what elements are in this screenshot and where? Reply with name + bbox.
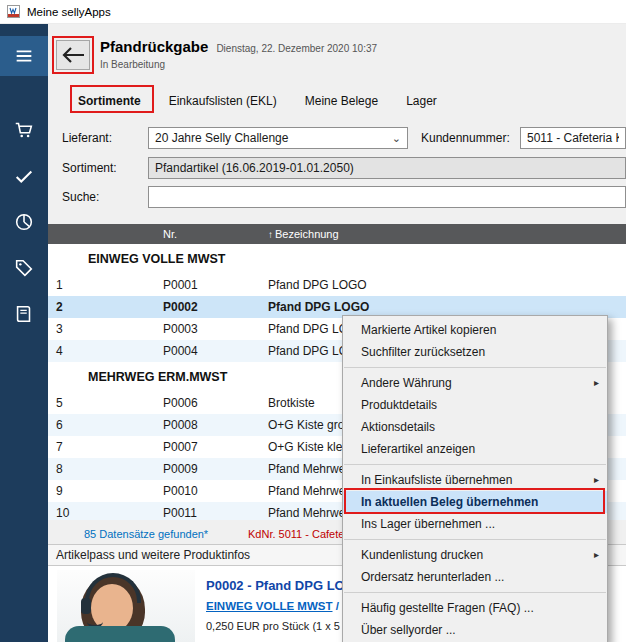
menu-item-label: Produktdetails bbox=[361, 398, 437, 412]
menu-item-häufig-gestellte-fragen-faq[interactable]: Häufig gestellte Fragen (FAQ) ... bbox=[343, 597, 607, 619]
menu-separator bbox=[344, 464, 606, 465]
tab-bar: SortimenteEinkaufslisten (EKL)Meine Bele… bbox=[78, 90, 437, 112]
tab-lager[interactable]: Lager bbox=[406, 94, 437, 108]
menu-separator bbox=[344, 592, 606, 593]
kundennummer-label: Kundennummer: bbox=[421, 131, 510, 145]
article-nr: P0008 bbox=[155, 414, 260, 436]
row-index: 10 bbox=[48, 502, 155, 520]
kundennummer-select[interactable]: 5011 - Cafeteria Kl bbox=[520, 127, 626, 149]
category-link-1[interactable]: EINWEG VOLLE MWST bbox=[206, 600, 333, 612]
page-header: Pfandrückgabe Dienstag, 22. Dezember 202… bbox=[100, 38, 377, 55]
kundennummer-value: 5011 - Cafeteria Kl bbox=[527, 131, 619, 145]
table-row[interactable]: 1P0001Pfand DPG LOGO bbox=[48, 274, 626, 296]
row-index: 3 bbox=[48, 318, 155, 340]
menu-item-lieferartikel-anzeigen[interactable]: Lieferartikel anzeigen bbox=[343, 438, 607, 460]
article-nr: P0007 bbox=[155, 436, 260, 458]
menu-item-ordersatz-herunterladen[interactable]: Ordersatz herunterladen ... bbox=[343, 566, 607, 588]
tab-sortimente[interactable]: Sortimente bbox=[78, 94, 141, 108]
page-title: Pfandrückgabe bbox=[100, 38, 208, 55]
menu-item-label: Markierte Artikel kopieren bbox=[361, 323, 496, 337]
article-nr: P0003 bbox=[155, 318, 260, 340]
menu-item-label: Häufig gestellte Fragen (FAQ) ... bbox=[361, 601, 534, 615]
menu-item-label: Aktionsdetails bbox=[361, 420, 435, 434]
tag-icon bbox=[13, 257, 35, 279]
lieferant-select[interactable]: 20 Jahre Selly Challenge ⌄ bbox=[148, 127, 408, 149]
sidebar-item-cart[interactable] bbox=[0, 110, 48, 150]
menu-item-über-sellyorder[interactable]: Über sellyorder ... bbox=[343, 619, 607, 641]
menu-item-label: Ins Lager übernehmen ... bbox=[361, 517, 495, 531]
menu-item-andere-währung[interactable]: Andere Währung▸ bbox=[343, 372, 607, 394]
chevron-down-icon: ⌄ bbox=[392, 132, 401, 145]
context-menu: Markierte Artikel kopierenSuchfilter zur… bbox=[342, 315, 608, 642]
lieferant-label: Lieferant: bbox=[62, 131, 112, 145]
pie-chart-icon bbox=[13, 211, 35, 233]
group-header-einweg-volle-mwst: EINWEG VOLLE MWST bbox=[48, 244, 626, 274]
menu-separator bbox=[344, 539, 606, 540]
sidebar-item-statistics[interactable] bbox=[0, 202, 48, 242]
article-nr: P0001 bbox=[155, 274, 260, 296]
records-found-text: 85 Datensätze gefunden* bbox=[84, 528, 208, 540]
article-nr: P0004 bbox=[155, 340, 260, 362]
menu-item-produktdetails[interactable]: Produktdetails bbox=[343, 394, 607, 416]
menu-item-ins-lager-übernehmen[interactable]: Ins Lager übernehmen ... bbox=[343, 513, 607, 535]
tab-meine-belege[interactable]: Meine Belege bbox=[305, 94, 378, 108]
sidebar-item-check[interactable] bbox=[0, 156, 48, 196]
submenu-arrow-icon: ▸ bbox=[594, 469, 599, 491]
menu-item-markierte-artikel-kopieren[interactable]: Markierte Artikel kopieren bbox=[343, 319, 607, 341]
article-nr: P0010 bbox=[155, 480, 260, 502]
tab-einkaufslisten-ekl[interactable]: Einkaufslisten (EKL) bbox=[169, 94, 277, 108]
back-arrow-icon bbox=[61, 46, 85, 64]
row-index: 6 bbox=[48, 414, 155, 436]
menu-item-label: Kundenlistung drucken bbox=[361, 548, 483, 562]
menu-item-label: Andere Währung bbox=[361, 376, 452, 390]
sidebar bbox=[0, 24, 48, 642]
app-title: Meine sellyApps bbox=[27, 6, 111, 18]
column-header-nr[interactable]: Nr. bbox=[155, 228, 260, 240]
table-header: Nr. ↑Bezeichnung bbox=[48, 224, 626, 244]
back-button[interactable] bbox=[56, 40, 90, 70]
row-index: 9 bbox=[48, 480, 155, 502]
article-nr: P0006 bbox=[155, 392, 260, 414]
app-icon bbox=[7, 5, 20, 18]
customer-number-text: KdNr. 5011 - Cafeteria bbox=[248, 528, 357, 540]
menu-separator bbox=[344, 367, 606, 368]
article-name: Pfand DPG LOGO bbox=[260, 274, 626, 296]
menu-item-in-aktuellen-beleg-übernehmen[interactable]: In aktuellen Beleg übernehmen bbox=[343, 491, 607, 513]
sidebar-item-catalog[interactable] bbox=[0, 294, 48, 334]
article-nr: P0009 bbox=[155, 458, 260, 480]
document-status: In Bearbeitung bbox=[100, 59, 165, 70]
column-header-bezeichnung[interactable]: ↑Bezeichnung bbox=[260, 228, 626, 240]
sortiment-value: Pfandartikel (16.06.2019-01.01.2050) bbox=[155, 161, 354, 175]
lieferant-value: 20 Jahre Selly Challenge bbox=[155, 131, 388, 145]
menu-button[interactable] bbox=[0, 36, 48, 76]
book-icon bbox=[13, 303, 35, 325]
menu-item-label: Suchfilter zurücksetzen bbox=[361, 345, 485, 359]
sidebar-item-prices[interactable] bbox=[0, 248, 48, 288]
support-agent-photo bbox=[57, 570, 195, 642]
article-nr: P0002 bbox=[155, 296, 260, 318]
menu-item-suchfilter-zurücksetzen[interactable]: Suchfilter zurücksetzen bbox=[343, 341, 607, 363]
app-window: Meine sellyApps bbox=[0, 0, 626, 642]
article-nr: P0011 bbox=[155, 502, 260, 520]
link-separator: / bbox=[333, 600, 343, 612]
row-index: 8 bbox=[48, 458, 155, 480]
menu-item-kundenlistung-drucken[interactable]: Kundenlistung drucken▸ bbox=[343, 544, 607, 566]
search-input[interactable] bbox=[148, 186, 626, 208]
submenu-arrow-icon: ▸ bbox=[594, 372, 599, 394]
row-index: 5 bbox=[48, 392, 155, 414]
menu-item-label: Ordersatz herunterladen ... bbox=[361, 570, 504, 584]
row-index: 2 bbox=[48, 296, 155, 318]
menu-item-in-einkaufsliste-übernehmen[interactable]: In Einkaufsliste übernehmen▸ bbox=[343, 469, 607, 491]
menu-item-label: In aktuellen Beleg übernehmen bbox=[361, 495, 538, 509]
suche-label: Suche: bbox=[62, 190, 99, 204]
page-datetime: Dienstag, 22. Dezember 2020 10:37 bbox=[216, 43, 377, 54]
submenu-arrow-icon: ▸ bbox=[594, 544, 599, 566]
menu-item-label: Über sellyorder ... bbox=[361, 623, 456, 637]
row-index: 4 bbox=[48, 340, 155, 362]
row-index: 7 bbox=[48, 436, 155, 458]
cart-icon bbox=[13, 119, 35, 141]
sortiment-label: Sortiment: bbox=[62, 161, 117, 175]
checkmark-icon bbox=[13, 165, 35, 187]
menu-item-label: Lieferartikel anzeigen bbox=[361, 442, 475, 456]
menu-item-aktionsdetails[interactable]: Aktionsdetails bbox=[343, 416, 607, 438]
